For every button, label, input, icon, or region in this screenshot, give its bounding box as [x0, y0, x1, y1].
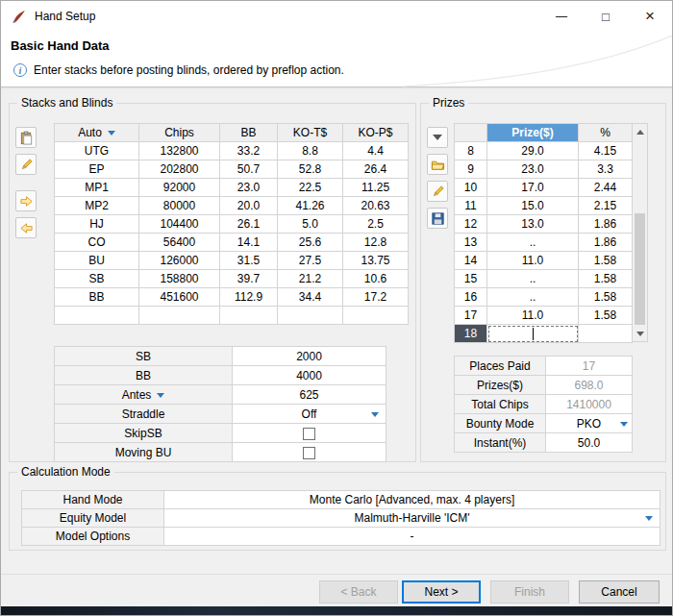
- position-cell[interactable]: CO: [55, 234, 139, 252]
- position-cell[interactable]: EP: [55, 160, 139, 179]
- bb-cell[interactable]: 39.7: [220, 270, 278, 288]
- ko-p-cell[interactable]: 11.25: [343, 179, 409, 197]
- ko-t-cell[interactable]: 52.8: [278, 160, 343, 179]
- ko-t-cell[interactable]: 34.4: [278, 288, 343, 307]
- position-cell[interactable]: MP2: [55, 197, 139, 215]
- bb-cell[interactable]: 26.1: [220, 215, 278, 234]
- position-cell[interactable]: UTG: [55, 142, 139, 160]
- ko-t-cell[interactable]: [278, 307, 343, 325]
- bb-cell[interactable]: 50.7: [220, 160, 278, 179]
- position-cell[interactable]: HJ: [55, 215, 139, 234]
- place-cell[interactable]: 16: [455, 288, 487, 307]
- chips-cell[interactable]: 158800: [139, 270, 220, 288]
- ko-p-cell[interactable]: [343, 307, 409, 325]
- minimize-icon[interactable]: —: [539, 1, 584, 32]
- ko-p-cell[interactable]: 13.75: [343, 252, 409, 270]
- ko-t-cell[interactable]: 22.5: [278, 179, 343, 197]
- pct-cell[interactable]: 2.15: [579, 197, 633, 215]
- pct-cell[interactable]: [579, 325, 633, 343]
- prize-cell[interactable]: 29.0: [487, 142, 579, 160]
- prize-cell[interactable]: ..: [487, 288, 579, 307]
- ko-p-cell[interactable]: 17.2: [343, 288, 409, 307]
- place-cell[interactable]: 10: [455, 179, 487, 197]
- skipsb-checkbox[interactable]: [303, 428, 315, 440]
- chips-cell[interactable]: 56400: [139, 234, 220, 252]
- scroll-up-icon[interactable]: [633, 124, 647, 139]
- bb-input[interactable]: 4000: [233, 366, 386, 385]
- prize-edit-cell[interactable]: [487, 325, 579, 343]
- pct-cell[interactable]: 4.15: [579, 142, 633, 160]
- ko-p-cell[interactable]: 12.8: [343, 234, 409, 252]
- ko-t-cell[interactable]: 41.26: [278, 197, 343, 215]
- chips-cell[interactable]: 126000: [139, 252, 220, 270]
- movingbu-checkbox[interactable]: [303, 447, 315, 459]
- chips-cell[interactable]: 80000: [139, 197, 220, 215]
- prize-cell[interactable]: 11.0: [487, 307, 579, 325]
- place-cell[interactable]: 14: [455, 252, 487, 270]
- chips-cell[interactable]: 104400: [139, 215, 220, 234]
- pct-cell[interactable]: 1.58: [579, 252, 633, 270]
- prize-cell[interactable]: 15.0: [487, 197, 579, 215]
- prize-cell[interactable]: 11.0: [487, 252, 579, 270]
- chips-cell[interactable]: 202800: [139, 160, 220, 179]
- scroll-down-icon[interactable]: [633, 326, 647, 341]
- prize-cell[interactable]: 17.0: [487, 179, 579, 197]
- shift-stacks-right-button[interactable]: [15, 190, 37, 211]
- sb-input[interactable]: 2000: [233, 347, 386, 366]
- instant-input[interactable]: 50.0: [546, 433, 633, 453]
- ko-t-cell[interactable]: 27.5: [278, 252, 343, 270]
- auto-column-header[interactable]: Auto: [55, 124, 139, 142]
- ko-t-cell[interactable]: 8.8: [278, 142, 343, 160]
- next-button[interactable]: Next >: [402, 580, 481, 604]
- prize-column-header[interactable]: Prize($): [487, 124, 579, 142]
- straddle-select[interactable]: Off: [233, 405, 386, 424]
- bb-cell[interactable]: 31.5: [220, 252, 278, 270]
- chips-cell[interactable]: 132800: [139, 142, 220, 160]
- maximize-icon[interactable]: □: [584, 1, 628, 32]
- equity-model-select[interactable]: Malmuth-Harville 'ICM': [164, 509, 661, 528]
- chips-cell[interactable]: 92000: [139, 179, 220, 197]
- position-cell[interactable]: [55, 307, 139, 325]
- paste-stacks-button[interactable]: [15, 127, 37, 148]
- pct-cell[interactable]: 1.86: [579, 215, 633, 234]
- cancel-button[interactable]: Cancel: [579, 580, 660, 604]
- prizes-scrollbar[interactable]: [632, 123, 648, 342]
- shift-stacks-left-button[interactable]: [15, 217, 37, 238]
- position-cell[interactable]: BU: [55, 252, 139, 270]
- ko-p-cell[interactable]: 2.5: [343, 215, 409, 234]
- bb-cell[interactable]: 112.9: [220, 288, 278, 307]
- pct-cell[interactable]: 1.58: [579, 307, 633, 325]
- prizes-presets-button[interactable]: [427, 127, 448, 148]
- antes-input[interactable]: 625: [233, 385, 386, 405]
- place-cell[interactable]: 12: [455, 215, 487, 234]
- pct-cell[interactable]: 1.58: [579, 270, 633, 288]
- chips-cell[interactable]: [139, 307, 220, 325]
- edit-stacks-button[interactable]: [15, 154, 37, 175]
- bb-cell[interactable]: 20.0: [220, 197, 278, 215]
- close-icon[interactable]: ×: [628, 1, 672, 32]
- chips-cell[interactable]: 451600: [139, 288, 220, 307]
- ko-t-cell[interactable]: 21.2: [278, 270, 343, 288]
- pct-cell[interactable]: 1.58: [579, 288, 633, 307]
- prize-cell[interactable]: ..: [487, 270, 579, 288]
- ko-p-cell[interactable]: 26.4: [343, 160, 409, 179]
- pct-column-header[interactable]: %: [579, 124, 633, 142]
- ko-t-cell[interactable]: 5.0: [278, 215, 343, 234]
- position-cell[interactable]: BB: [55, 288, 139, 307]
- selected-place-cell[interactable]: 18: [455, 325, 487, 343]
- position-cell[interactable]: SB: [55, 270, 139, 288]
- bb-cell[interactable]: 23.0: [220, 179, 278, 197]
- place-cell[interactable]: 17: [455, 307, 487, 325]
- prize-cell[interactable]: 23.0: [487, 160, 579, 179]
- position-cell[interactable]: MP1: [55, 179, 139, 197]
- place-cell[interactable]: 9: [455, 160, 487, 179]
- pct-cell[interactable]: 2.44: [579, 179, 633, 197]
- hand-mode-value[interactable]: Monte Carlo [Advanced, max. 4 players]: [164, 491, 661, 509]
- prize-cell[interactable]: ..: [487, 234, 579, 252]
- ko-p-cell[interactable]: 4.4: [343, 142, 409, 160]
- place-cell[interactable]: 15: [455, 270, 487, 288]
- antes-label[interactable]: Antes: [55, 385, 233, 405]
- prize-cell[interactable]: 13.0: [487, 215, 579, 234]
- save-prizes-button[interactable]: [427, 208, 448, 229]
- ko-p-cell[interactable]: 10.6: [343, 270, 409, 288]
